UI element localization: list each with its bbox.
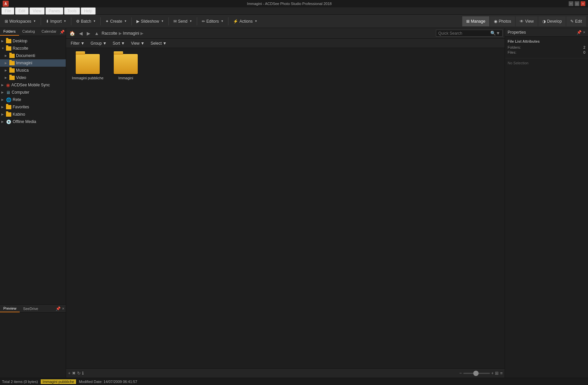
menu-view[interactable]: View — [29, 7, 45, 15]
menu-edit[interactable]: Edit — [15, 7, 29, 15]
actions-button[interactable]: ⚡ Actions ▼ — [230, 16, 260, 26]
search-options-button[interactable]: ▼ — [496, 31, 500, 36]
close-button[interactable]: × — [581, 1, 585, 6]
search-input[interactable] — [438, 31, 490, 36]
tab-edit[interactable]: ✎ Edit — [566, 16, 586, 26]
nav-forward-button[interactable]: ▶ — [85, 30, 92, 37]
breadcrumb-sep-2: ▶ — [140, 31, 143, 36]
tab-manage[interactable]: ⊞ Manage — [462, 16, 489, 26]
remove-button[interactable]: ✖ — [72, 371, 76, 376]
tree-item-kabino[interactable]: ▶ Kabino — [0, 111, 66, 118]
left-panel: Folders Catalog Calendar 📌 × ▶ Desktop ▼… — [0, 28, 66, 378]
sort-button[interactable]: Sort ▼ — [110, 40, 128, 46]
menu-help[interactable]: Help — [81, 7, 96, 15]
content-toolbar: Filter ▼ Group ▼ Sort ▼ View ▼ Select ▼ — [66, 39, 505, 48]
expander-offline: ▶ — [1, 120, 6, 123]
tree-item-documenti[interactable]: ▶ Documenti — [0, 52, 66, 59]
search-container: 🔍 ▼ — [436, 30, 503, 37]
select-button[interactable]: Select ▼ — [148, 40, 169, 46]
files-value: 0 — [583, 50, 585, 54]
menu-panes[interactable]: Panes — [45, 7, 63, 15]
info-button[interactable]: ℹ — [82, 371, 84, 376]
tab-photos[interactable]: ◉ Photos — [490, 16, 515, 26]
breadcrumb-immagini[interactable]: Immagini — [123, 31, 139, 36]
search-button[interactable]: 🔍 — [490, 31, 496, 36]
tree-item-rete[interactable]: ▶ 🌐 Rete — [0, 96, 66, 103]
title-bar: A Immagini - ACDSee Photo Studio Profess… — [0, 0, 588, 7]
tree-item-musica[interactable]: ▶ Musica — [0, 67, 66, 74]
zoom-thumb[interactable] — [473, 371, 479, 376]
editors-button[interactable]: ✏ Editors ▼ — [199, 16, 226, 26]
tab-seedrive[interactable]: SeeDrive — [20, 305, 41, 312]
menu-file[interactable]: File — [1, 7, 14, 15]
workspaces-button[interactable]: ⊞ Workspaces ▼ — [2, 16, 39, 26]
properties-attributes-section: File List Attributes Folders: 2 Files: 0 — [505, 37, 588, 58]
tab-catalog[interactable]: Catalog — [19, 28, 38, 36]
tree-label-offline: Offline Media — [13, 119, 36, 124]
nav-home-button[interactable]: 🏠 — [68, 30, 76, 37]
slideshow-button[interactable]: ▶ Slideshow ▼ — [134, 16, 166, 26]
folder-icon-immagini — [9, 61, 15, 65]
tree-item-immagini[interactable]: ▶ Immagini — [0, 59, 66, 67]
group-arrow-icon: ▼ — [103, 41, 107, 46]
tab-calendar[interactable]: Calendar — [38, 28, 60, 36]
view-arrow-icon: ▼ — [141, 41, 145, 46]
import-arrow-icon: ▼ — [64, 20, 66, 23]
nav-back-button[interactable]: ◀ — [78, 30, 84, 37]
send-button[interactable]: ✉ Send ▼ — [171, 16, 195, 26]
folder-icon-desktop — [6, 39, 11, 43]
zoom-track[interactable] — [463, 373, 490, 374]
preview-panel: Preview SeeDrive 📌 × — [0, 304, 66, 378]
folder-panel-tabs: Folders Catalog Calendar 📌 × — [0, 28, 66, 36]
tab-view[interactable]: 👁 View — [516, 16, 538, 26]
tree-label-acdmobile: ACDSee Mobile Sync — [11, 83, 50, 87]
maximize-button[interactable]: □ — [575, 1, 579, 6]
list-view-button[interactable]: ≡ — [500, 371, 503, 376]
file-list-attributes-title: File List Attributes — [508, 39, 585, 43]
tree-item-offline[interactable]: ▶ 💿 Offline Media — [0, 118, 66, 125]
edit-icon: ✎ — [570, 19, 574, 24]
filter-button[interactable]: Filter ▼ — [68, 40, 87, 46]
folders-row: Folders: 2 — [508, 45, 585, 49]
tree-item-raccolte[interactable]: ▼ Raccolte — [0, 45, 66, 52]
editors-arrow-icon: ▼ — [221, 20, 223, 23]
tree-item-computer[interactable]: ▶ 🖥 Computer — [0, 89, 66, 96]
tab-folders[interactable]: Folders — [0, 28, 19, 36]
expander-kabino: ▶ — [1, 113, 6, 116]
sort-arrow-icon: ▼ — [121, 41, 125, 46]
preview-pin-button[interactable]: 📌 — [56, 306, 61, 311]
tree-item-favorites[interactable]: ▶ Favorites — [0, 103, 66, 111]
breadcrumb-raccolte[interactable]: Raccolte — [102, 31, 117, 36]
group-button[interactable]: Group ▼ — [88, 40, 109, 46]
minimize-button[interactable]: − — [569, 1, 573, 6]
expander-desktop: ▶ — [1, 39, 6, 43]
refresh-button[interactable]: ↻ — [77, 371, 81, 376]
folder-item-immagini-pubbliche[interactable]: Immagini pubbliche — [69, 51, 106, 83]
properties-close-button[interactable]: × — [583, 30, 585, 35]
add-button[interactable]: + — [68, 371, 71, 376]
files-row: Files: 0 — [508, 50, 585, 54]
view-button[interactable]: View ▼ — [128, 40, 147, 46]
create-button[interactable]: ✦ Create ▼ — [103, 16, 129, 26]
zoom-in-button[interactable]: + — [491, 371, 494, 376]
zoom-out-button[interactable]: − — [459, 371, 462, 376]
properties-pin-button[interactable]: 📌 — [577, 30, 582, 35]
window-controls: − □ × — [569, 1, 585, 6]
pin-button[interactable]: 📌 — [60, 30, 65, 34]
grid-view-button[interactable]: ⊞ — [495, 371, 499, 376]
nav-up-button[interactable]: ▲ — [93, 30, 100, 37]
batch-button[interactable]: ⚙ Batch ▼ — [73, 16, 99, 26]
folder-item-immagini[interactable]: Immagini — [107, 51, 144, 83]
tree-item-desktop[interactable]: ▶ Desktop — [0, 37, 66, 45]
menu-tools[interactable]: Tools — [64, 7, 80, 15]
tab-preview[interactable]: Preview — [0, 305, 20, 312]
tab-develop[interactable]: ◑ Develop — [538, 16, 566, 26]
folder-icon-immagini-grid — [114, 54, 138, 74]
tree-item-video[interactable]: ▶ Video — [0, 74, 66, 81]
slideshow-icon: ▶ — [136, 19, 139, 24]
import-button[interactable]: ⬇ Import ▼ — [43, 16, 69, 26]
preview-close-button[interactable]: × — [62, 306, 64, 311]
tree-item-acdmobile[interactable]: ▶ ◉ ACDSee Mobile Sync — [0, 81, 66, 89]
properties-title: Properties — [508, 30, 526, 35]
center-panel: 🏠 ◀ ▶ ▲ Raccolte ▶ Immagini ▶ 🔍 ▼ Filter… — [66, 28, 505, 378]
